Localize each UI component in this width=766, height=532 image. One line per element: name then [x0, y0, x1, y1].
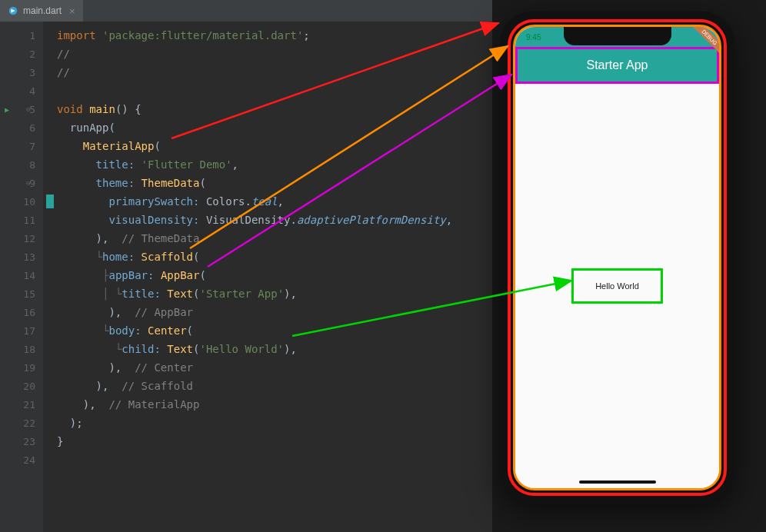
line-number: 8: [29, 159, 35, 171]
code-line: └body: Center(: [57, 321, 492, 340]
line-number: 17: [23, 325, 35, 337]
code-line: title: 'Flutter Demo',: [57, 155, 492, 174]
fold-icon[interactable]: ⊖: [26, 179, 30, 187]
status-time: 9:45: [526, 33, 541, 42]
home-indicator: [579, 480, 656, 484]
line-number: 22: [23, 417, 35, 429]
line-number: 14: [23, 270, 35, 281]
annotation-text-border: Hello World: [571, 268, 663, 304]
line-number: 4: [29, 85, 35, 97]
line-number: 24: [23, 454, 35, 466]
line-number: 18: [23, 344, 35, 355]
line-number: 20: [23, 381, 35, 392]
phone-notch: [564, 27, 671, 45]
code-content[interactable]: import 'package:flutter/material.dart'; …: [43, 22, 492, 532]
code-line: [57, 81, 492, 100]
code-line: └child: Text('Hello World'),: [57, 340, 492, 358]
code-area[interactable]: 1 2 3 4 ▶⊖5 6 7 8 ⊖9 10 11 12 13 14 15 1…: [0, 22, 492, 532]
annotation-scaffold-border: DEBUG 9:45 Starter App Hello World: [513, 25, 721, 490]
line-number: 23: [23, 436, 35, 447]
code-line: └home: Scaffold(: [57, 248, 492, 266]
color-marker: [46, 195, 54, 208]
code-line: visualDensity: VisualDensity.adaptivePla…: [57, 211, 492, 229]
code-line: ), // Center: [57, 358, 492, 377]
scaffold-body: Hello World: [515, 84, 719, 488]
line-number: 3: [29, 67, 35, 78]
body-text: Hello World: [595, 281, 639, 291]
code-line: ), // Scaffold: [57, 377, 492, 395]
line-number: 7: [29, 141, 35, 152]
code-line: MaterialApp(: [57, 137, 492, 155]
code-line: ), // MaterialApp: [57, 395, 492, 414]
line-number: 16: [23, 307, 35, 318]
line-number: 1: [29, 30, 35, 42]
file-tab[interactable]: main.dart ×: [0, 0, 83, 22]
line-number: 12: [23, 233, 35, 244]
code-line: primarySwatch: Colors.teal,: [57, 192, 492, 211]
line-number: 2: [29, 48, 35, 60]
dart-file-icon: [8, 5, 18, 16]
code-line: import 'package:flutter/material.dart';: [57, 26, 492, 45]
tab-filename: main.dart: [23, 5, 62, 16]
line-number: 19: [23, 362, 35, 374]
code-line: ├appBar: AppBar(: [57, 266, 492, 284]
code-editor: main.dart × 1 2 3 4 ▶⊖5 6 7 8 ⊖9 10 11 1…: [0, 0, 492, 532]
code-line: ), // AppBar: [57, 303, 492, 321]
code-line: //: [57, 45, 492, 63]
code-line: runApp(: [57, 118, 492, 137]
phone-simulator: DEBUG 9:45 Starter App Hello World: [500, 12, 734, 504]
code-line: │ └title: Text('Starter App'),: [57, 284, 492, 303]
code-line: }: [57, 432, 492, 451]
code-line: theme: ThemeData(: [57, 174, 492, 192]
annotation-materialapp-border: DEBUG 9:45 Starter App Hello World: [508, 19, 727, 496]
code-line: void main() {: [57, 100, 492, 118]
fold-icon[interactable]: ⊖: [26, 105, 30, 113]
code-line: //: [57, 63, 492, 81]
phone-shell: DEBUG 9:45 Starter App Hello World: [500, 12, 734, 504]
code-line: ), // ThemeData: [57, 229, 492, 248]
line-number: 15: [23, 288, 35, 300]
line-number: 13: [23, 251, 35, 263]
gutter: 1 2 3 4 ▶⊖5 6 7 8 ⊖9 10 11 12 13 14 15 1…: [0, 22, 43, 532]
line-number: 21: [23, 399, 35, 411]
code-line: );: [57, 414, 492, 432]
line-number: 6: [29, 122, 35, 134]
line-number: 11: [23, 214, 35, 226]
appbar-title: Starter App: [586, 58, 648, 72]
app-bar: Starter App: [515, 47, 719, 84]
run-icon[interactable]: ▶: [5, 105, 9, 114]
tab-bar: main.dart ×: [0, 0, 492, 22]
line-number: 10: [23, 196, 35, 208]
close-icon[interactable]: ×: [69, 5, 75, 17]
